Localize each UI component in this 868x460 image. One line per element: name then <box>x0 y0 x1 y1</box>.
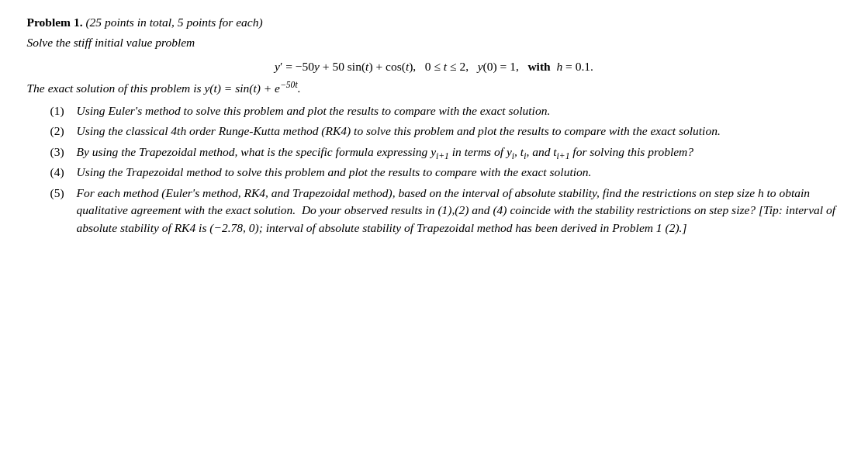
item-text-5: For each method (Euler's method, RK4, an… <box>77 185 842 237</box>
list-item: (3) By using the Trapezoidal method, wha… <box>50 144 842 161</box>
equation-line: y′ = −50y + 50 sin(t) + cos(t), 0 ≤ t ≤ … <box>27 58 842 75</box>
item-text-2: Using the classical 4th order Runge-Kutt… <box>77 123 842 140</box>
item-number-5: (5) <box>50 185 72 202</box>
item-number-4: (4) <box>50 164 72 181</box>
problem-points: (25 points in total, 5 points for each) <box>85 16 262 29</box>
item-text-4: Using the Trapezoidal method to solve th… <box>77 164 842 181</box>
item-number-2: (2) <box>50 123 72 140</box>
list-item: (1) Using Euler's method to solve this p… <box>50 102 842 119</box>
item-number-3: (3) <box>50 144 72 161</box>
problem-subtitle: Solve the stiff initial value problem <box>27 34 842 51</box>
item-text-3: By using the Trapezoidal method, what is… <box>77 144 842 161</box>
item-text-1: Using Euler's method to solve this probl… <box>77 102 842 119</box>
problem-header: Problem 1. (25 points in total, 5 points… <box>27 14 842 31</box>
list-item: (4) Using the Trapezoidal method to solv… <box>50 164 842 181</box>
list-item: (2) Using the classical 4th order Runge-… <box>50 123 842 140</box>
list-item: (5) For each method (Euler's method, RK4… <box>50 185 842 237</box>
items-list: (1) Using Euler's method to solve this p… <box>27 102 842 237</box>
problem-title: Problem 1. <box>27 16 83 29</box>
equation-text: y′ = −50y + 50 sin(t) + cos(t), 0 ≤ t ≤ … <box>275 60 593 73</box>
item-number-1: (1) <box>50 102 72 119</box>
exact-solution: The exact solution of this problem is y(… <box>27 80 842 97</box>
page-content: Problem 1. (25 points in total, 5 points… <box>27 14 842 240</box>
